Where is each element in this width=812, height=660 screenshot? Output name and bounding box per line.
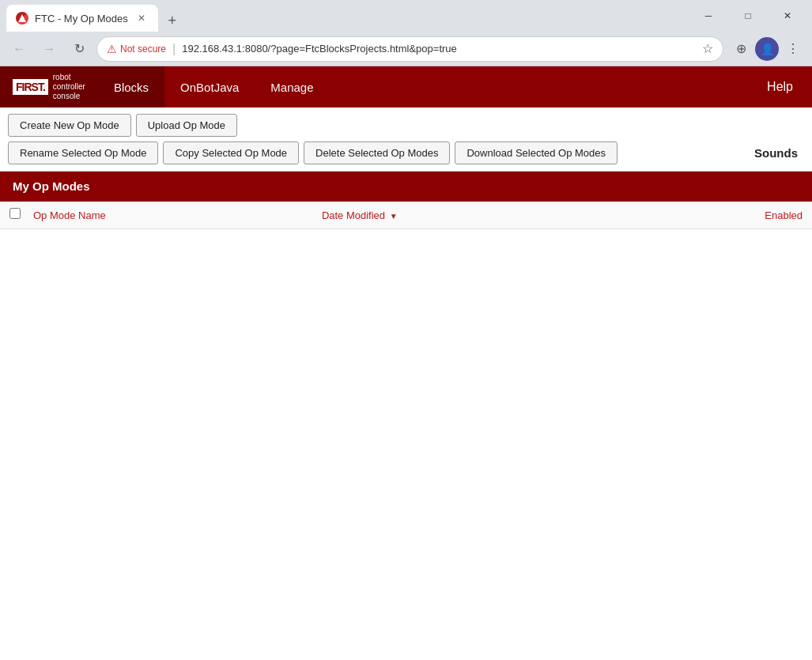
first-logo-text: FIRST. [13, 79, 48, 95]
logo-subtext: robotcontrollerconsole [53, 73, 85, 101]
browser-icons: ⊕ 👤 ⋮ [728, 36, 806, 62]
upload-op-mode-button[interactable]: Upload Op Mode [136, 114, 237, 137]
column-header-op-mode-name[interactable]: Op Mode Name [33, 209, 322, 221]
profile-button[interactable]: 👤 [755, 37, 779, 61]
toolbar-row-2: Rename Selected Op Mode Copy Selected Op… [8, 141, 804, 164]
new-tab-button[interactable]: + [161, 9, 183, 32]
title-bar: FTC - My Op Modes ✕ + ─ □ ✕ [0, 0, 812, 32]
tab-close-button[interactable]: ✕ [134, 11, 149, 25]
reload-button[interactable]: ↻ [66, 36, 92, 62]
nav-manage[interactable]: Manage [255, 66, 329, 107]
url-bar[interactable]: ⚠ Not secure | 192.168.43.1:8080/?page=F… [96, 36, 723, 62]
table-area: Op Mode Name Date Modified ▼ Enabled [0, 202, 812, 660]
select-all-checkbox[interactable] [9, 208, 21, 219]
tab-area: FTC - My Op Modes ✕ + [6, 0, 684, 32]
section-title: My Op Modes [13, 179, 90, 193]
copy-selected-op-mode-button[interactable]: Copy Selected Op Mode [163, 141, 299, 164]
window-controls: ─ □ ✕ [690, 3, 806, 28]
sounds-label: Sounds [748, 141, 804, 164]
nav-logo: FIRST. robotcontrollerconsole [0, 66, 98, 107]
tab-title: FTC - My Op Modes [35, 13, 128, 25]
svg-marker-0 [18, 14, 26, 22]
url-separator: | [172, 42, 176, 56]
table-header: Op Mode Name Date Modified ▼ Enabled [0, 202, 812, 229]
create-new-op-mode-button[interactable]: Create New Op Mode [8, 114, 131, 137]
maximize-button[interactable]: □ [730, 3, 766, 28]
nav-bar: FIRST. robotcontrollerconsole Blocks OnB… [0, 66, 812, 107]
url-text: 192.168.43.1:8080/?page=FtcBlocksProject… [182, 43, 696, 55]
not-secure-indicator: ⚠ Not secure [107, 43, 166, 55]
minimize-button[interactable]: ─ [690, 3, 727, 28]
column-header-enabled: Enabled [610, 209, 803, 221]
section-header: My Op Modes [0, 172, 812, 202]
sort-icon: ▼ [390, 212, 398, 221]
nav-onbotjava[interactable]: OnBotJava [164, 66, 255, 107]
address-bar: ← → ↻ ⚠ Not secure | 192.168.43.1:8080/?… [0, 32, 812, 66]
select-all-checkbox-cell [9, 208, 33, 222]
back-button[interactable]: ← [6, 36, 32, 62]
close-button[interactable]: ✕ [769, 3, 806, 28]
delete-selected-op-modes-button[interactable]: Delete Selected Op Modes [304, 141, 450, 164]
not-secure-text: Not secure [120, 43, 166, 55]
browser-window: FTC - My Op Modes ✕ + ─ □ ✕ ← → ↻ ⚠ Not … [0, 0, 812, 660]
tab-favicon [16, 12, 28, 25]
rename-selected-op-mode-button[interactable]: Rename Selected Op Mode [8, 141, 158, 164]
download-selected-op-modes-button[interactable]: Download Selected Op Modes [455, 141, 617, 164]
toolbar-row-1: Create New Op Mode Upload Op Mode [8, 114, 804, 137]
forward-button[interactable]: → [36, 36, 62, 62]
menu-button[interactable]: ⋮ [780, 36, 806, 62]
toolbar: Create New Op Mode Upload Op Mode Rename… [0, 107, 812, 172]
extensions-button[interactable]: ⊕ [728, 36, 753, 62]
active-tab[interactable]: FTC - My Op Modes ✕ [6, 5, 158, 32]
column-header-date-modified[interactable]: Date Modified ▼ [322, 209, 610, 221]
nav-help[interactable]: Help [748, 80, 812, 94]
warning-icon: ⚠ [107, 43, 117, 55]
bookmark-icon[interactable]: ☆ [702, 41, 713, 56]
nav-blocks[interactable]: Blocks [98, 66, 164, 107]
nav-links: Blocks OnBotJava Manage [98, 66, 330, 107]
app-content: FIRST. robotcontrollerconsole Blocks OnB… [0, 66, 812, 660]
